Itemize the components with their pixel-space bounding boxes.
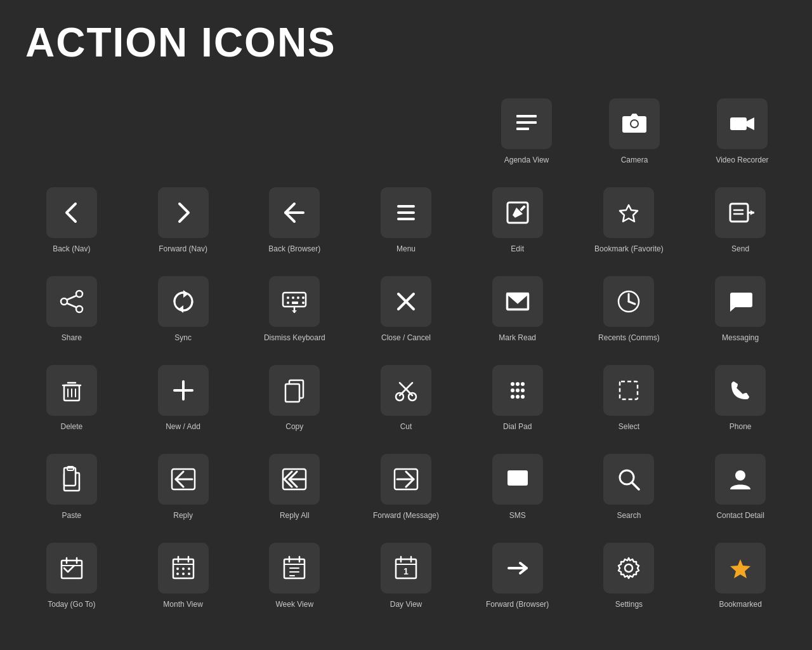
svg-point-54 xyxy=(521,382,525,386)
month-view-icon: Month View xyxy=(131,533,236,615)
svg-point-84 xyxy=(176,573,179,575)
svg-point-25 xyxy=(292,296,294,299)
svg-point-58 xyxy=(511,395,514,399)
send-icon: Send xyxy=(688,177,793,260)
svg-point-60 xyxy=(521,395,525,399)
contact-detail-icon: Contact Detail xyxy=(688,444,793,526)
svg-point-49 xyxy=(409,393,416,401)
svg-marker-12 xyxy=(620,205,638,222)
svg-point-52 xyxy=(511,382,514,386)
svg-rect-9 xyxy=(397,218,415,220)
svg-point-100 xyxy=(625,564,632,572)
svg-point-28 xyxy=(287,302,289,304)
svg-rect-23 xyxy=(283,293,306,307)
svg-point-48 xyxy=(396,393,403,401)
svg-rect-5 xyxy=(730,117,747,130)
svg-rect-0 xyxy=(516,115,537,117)
svg-point-26 xyxy=(297,296,299,299)
cut-icon: Cut xyxy=(353,355,459,437)
select-icon: Select xyxy=(577,355,682,437)
close-cancel-icon: Close / Cancel xyxy=(353,266,459,348)
camera-icon: Camera xyxy=(584,88,685,171)
svg-rect-1 xyxy=(516,121,537,124)
svg-point-86 xyxy=(188,573,190,575)
svg-point-16 xyxy=(76,291,82,297)
svg-text:1: 1 xyxy=(403,566,409,576)
new-add-icon: New / Add xyxy=(131,355,236,437)
svg-point-53 xyxy=(516,382,520,386)
day-view-icon: 1 Day View xyxy=(353,533,459,615)
svg-point-27 xyxy=(302,296,304,299)
svg-point-24 xyxy=(287,296,289,299)
forward-browser-icon: Forward (Browser) xyxy=(465,533,570,615)
forward-message-icon: Forward (Message) xyxy=(353,444,459,526)
svg-rect-7 xyxy=(397,205,415,208)
svg-line-71 xyxy=(632,482,639,489)
sms-icon: SMS xyxy=(465,444,570,526)
paste-icon: Paste xyxy=(19,444,124,526)
svg-point-81 xyxy=(176,567,179,570)
svg-rect-8 xyxy=(397,211,415,214)
video-recorder-icon: Video Recorder xyxy=(691,88,793,171)
forward-nav-icon: Forward (Nav) xyxy=(131,177,236,260)
svg-point-57 xyxy=(521,388,525,392)
agenda-view-icon: Agenda View xyxy=(476,88,577,171)
svg-point-56 xyxy=(516,388,520,392)
icons-grid: Back (Nav) Forward (Nav) Back (Browser) … xyxy=(0,171,812,621)
recents-comms-icon: Recents (Comms) xyxy=(577,266,682,348)
today-goto-icon: Today (Go To) xyxy=(19,533,124,615)
svg-point-72 xyxy=(735,470,745,481)
svg-line-19 xyxy=(67,296,76,300)
sync-icon: Sync xyxy=(131,266,236,348)
svg-point-59 xyxy=(516,395,520,399)
svg-point-30 xyxy=(302,302,304,304)
week-view-icon: Week View xyxy=(242,533,347,615)
reply-icon: Reply xyxy=(131,444,236,526)
svg-point-55 xyxy=(511,388,514,392)
dial-pad-icon: Dial Pad xyxy=(465,355,570,437)
delete-icon: Delete xyxy=(19,355,124,437)
svg-rect-11 xyxy=(520,205,526,211)
svg-rect-47 xyxy=(285,384,299,402)
back-nav-icon: Back (Nav) xyxy=(19,177,124,260)
svg-marker-101 xyxy=(730,559,750,578)
svg-point-17 xyxy=(76,306,82,312)
search-icon: Search xyxy=(577,444,682,526)
svg-rect-69 xyxy=(508,470,528,486)
mark-read-icon: Mark Read xyxy=(465,266,570,348)
svg-rect-2 xyxy=(516,128,529,130)
share-icon: Share xyxy=(19,266,124,348)
phone-icon: Phone xyxy=(688,355,793,437)
bookmarked-icon: Bookmarked xyxy=(688,533,793,615)
copy-icon: Copy xyxy=(242,355,347,437)
messaging-icon: Messaging xyxy=(688,266,793,348)
svg-point-18 xyxy=(61,298,67,305)
dismiss-keyboard-icon: Dismiss Keyboard xyxy=(242,266,347,348)
svg-rect-29 xyxy=(292,302,298,304)
svg-rect-13 xyxy=(730,204,748,222)
svg-point-85 xyxy=(182,573,185,575)
page-title: ACTION ICONS xyxy=(0,0,812,79)
svg-point-82 xyxy=(182,567,185,570)
edit-icon: Edit xyxy=(465,177,570,260)
settings-icon: Settings xyxy=(577,533,682,615)
svg-line-37 xyxy=(629,302,635,304)
menu-icon: Menu xyxy=(353,177,459,260)
reply-all-icon: Reply All xyxy=(242,444,347,526)
svg-point-83 xyxy=(188,567,190,570)
svg-point-4 xyxy=(631,121,638,127)
svg-rect-61 xyxy=(620,381,638,399)
svg-line-20 xyxy=(67,303,76,307)
back-browser-icon: Back (Browser) xyxy=(242,177,347,260)
bookmark-icon: Bookmark (Favorite) xyxy=(577,177,682,260)
svg-marker-22 xyxy=(178,305,183,313)
